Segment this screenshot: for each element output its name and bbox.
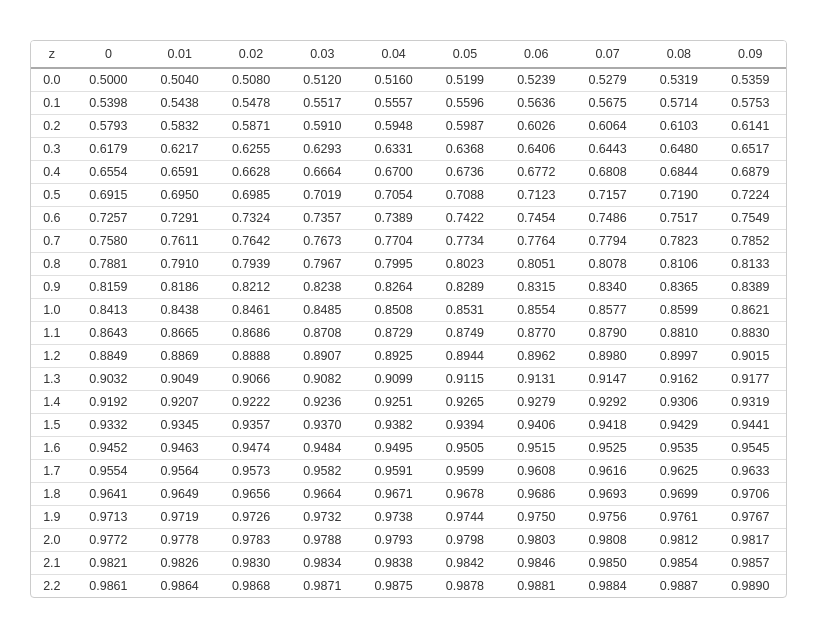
cell-20-10: 0.9817 xyxy=(715,529,786,552)
cell-5-5: 0.7054 xyxy=(358,184,429,207)
table-body: 0.00.50000.50400.50800.51200.51600.51990… xyxy=(31,68,786,597)
cell-15-6: 0.9394 xyxy=(429,414,500,437)
row-z-2.1: 2.1 xyxy=(31,552,73,575)
cell-6-5: 0.7389 xyxy=(358,207,429,230)
cell-2-5: 0.5948 xyxy=(358,115,429,138)
cell-7-3: 0.7642 xyxy=(215,230,286,253)
cell-8-3: 0.7939 xyxy=(215,253,286,276)
cell-7-1: 0.7580 xyxy=(73,230,144,253)
cell-13-2: 0.9049 xyxy=(144,368,215,391)
cell-10-6: 0.8531 xyxy=(429,299,500,322)
col-header-0: 0 xyxy=(73,41,144,68)
cell-3-9: 0.6480 xyxy=(643,138,714,161)
row-z-1.7: 1.7 xyxy=(31,460,73,483)
cell-3-5: 0.6331 xyxy=(358,138,429,161)
cell-4-8: 0.6808 xyxy=(572,161,643,184)
row-z-1.5: 1.5 xyxy=(31,414,73,437)
cell-22-5: 0.9875 xyxy=(358,575,429,598)
cell-0-2: 0.5040 xyxy=(144,68,215,92)
cell-22-6: 0.9878 xyxy=(429,575,500,598)
cell-0-10: 0.5359 xyxy=(715,68,786,92)
cell-17-6: 0.9599 xyxy=(429,460,500,483)
cell-15-10: 0.9441 xyxy=(715,414,786,437)
row-z-2.2: 2.2 xyxy=(31,575,73,598)
cell-11-3: 0.8686 xyxy=(215,322,286,345)
col-header-0.03: 0.03 xyxy=(287,41,358,68)
cell-1-8: 0.5675 xyxy=(572,92,643,115)
cell-2-9: 0.6103 xyxy=(643,115,714,138)
cell-19-4: 0.9732 xyxy=(287,506,358,529)
cell-21-3: 0.9830 xyxy=(215,552,286,575)
table-row: 0.20.57930.58320.58710.59100.59480.59870… xyxy=(31,115,786,138)
cell-1-2: 0.5438 xyxy=(144,92,215,115)
cell-15-7: 0.9406 xyxy=(501,414,572,437)
cell-20-6: 0.9798 xyxy=(429,529,500,552)
cell-16-5: 0.9495 xyxy=(358,437,429,460)
cell-20-2: 0.9778 xyxy=(144,529,215,552)
cell-9-9: 0.8365 xyxy=(643,276,714,299)
cell-1-3: 0.5478 xyxy=(215,92,286,115)
distribution-table-container: z00.010.020.030.040.050.060.070.080.09 0… xyxy=(30,40,787,598)
cell-22-8: 0.9884 xyxy=(572,575,643,598)
cell-1-5: 0.5557 xyxy=(358,92,429,115)
cell-15-8: 0.9418 xyxy=(572,414,643,437)
cell-0-4: 0.5120 xyxy=(287,68,358,92)
cell-13-10: 0.9177 xyxy=(715,368,786,391)
cell-18-6: 0.9678 xyxy=(429,483,500,506)
cell-9-5: 0.8264 xyxy=(358,276,429,299)
table-row: 1.20.88490.88690.88880.89070.89250.89440… xyxy=(31,345,786,368)
table-header: z00.010.020.030.040.050.060.070.080.09 xyxy=(31,41,786,68)
cell-15-4: 0.9370 xyxy=(287,414,358,437)
cell-3-1: 0.6179 xyxy=(73,138,144,161)
cell-3-6: 0.6368 xyxy=(429,138,500,161)
cell-10-2: 0.8438 xyxy=(144,299,215,322)
table-row: 2.10.98210.98260.98300.98340.98380.98420… xyxy=(31,552,786,575)
row-z-1.3: 1.3 xyxy=(31,368,73,391)
cell-7-9: 0.7823 xyxy=(643,230,714,253)
cell-18-7: 0.9686 xyxy=(501,483,572,506)
col-header-z: z xyxy=(31,41,73,68)
cell-17-5: 0.9591 xyxy=(358,460,429,483)
cell-10-3: 0.8461 xyxy=(215,299,286,322)
cell-8-5: 0.7995 xyxy=(358,253,429,276)
cell-1-7: 0.5636 xyxy=(501,92,572,115)
table-row: 0.10.53980.54380.54780.55170.55570.55960… xyxy=(31,92,786,115)
cell-2-10: 0.6141 xyxy=(715,115,786,138)
cell-20-8: 0.9808 xyxy=(572,529,643,552)
cell-1-9: 0.5714 xyxy=(643,92,714,115)
cell-22-10: 0.9890 xyxy=(715,575,786,598)
table-row: 0.40.65540.65910.66280.66640.67000.67360… xyxy=(31,161,786,184)
cell-12-8: 0.8980 xyxy=(572,345,643,368)
row-z-1.1: 1.1 xyxy=(31,322,73,345)
cell-17-2: 0.9564 xyxy=(144,460,215,483)
cell-21-4: 0.9834 xyxy=(287,552,358,575)
cell-12-2: 0.8869 xyxy=(144,345,215,368)
cell-14-8: 0.9292 xyxy=(572,391,643,414)
cell-13-1: 0.9032 xyxy=(73,368,144,391)
row-z-0.6: 0.6 xyxy=(31,207,73,230)
cell-21-5: 0.9838 xyxy=(358,552,429,575)
table-row: 0.00.50000.50400.50800.51200.51600.51990… xyxy=(31,68,786,92)
cell-13-8: 0.9147 xyxy=(572,368,643,391)
cell-10-9: 0.8599 xyxy=(643,299,714,322)
cell-13-4: 0.9082 xyxy=(287,368,358,391)
cell-2-4: 0.5910 xyxy=(287,115,358,138)
cell-11-1: 0.8643 xyxy=(73,322,144,345)
cell-0-8: 0.5279 xyxy=(572,68,643,92)
row-z-2.0: 2.0 xyxy=(31,529,73,552)
cell-4-7: 0.6772 xyxy=(501,161,572,184)
cell-14-5: 0.9251 xyxy=(358,391,429,414)
distribution-table: z00.010.020.030.040.050.060.070.080.09 0… xyxy=(31,41,786,597)
cell-21-9: 0.9854 xyxy=(643,552,714,575)
cell-0-6: 0.5199 xyxy=(429,68,500,92)
cell-5-4: 0.7019 xyxy=(287,184,358,207)
row-z-0.3: 0.3 xyxy=(31,138,73,161)
cell-12-1: 0.8849 xyxy=(73,345,144,368)
cell-9-4: 0.8238 xyxy=(287,276,358,299)
cell-7-6: 0.7734 xyxy=(429,230,500,253)
cell-2-8: 0.6064 xyxy=(572,115,643,138)
cell-0-3: 0.5080 xyxy=(215,68,286,92)
cell-4-6: 0.6736 xyxy=(429,161,500,184)
cell-4-10: 0.6879 xyxy=(715,161,786,184)
cell-0-9: 0.5319 xyxy=(643,68,714,92)
